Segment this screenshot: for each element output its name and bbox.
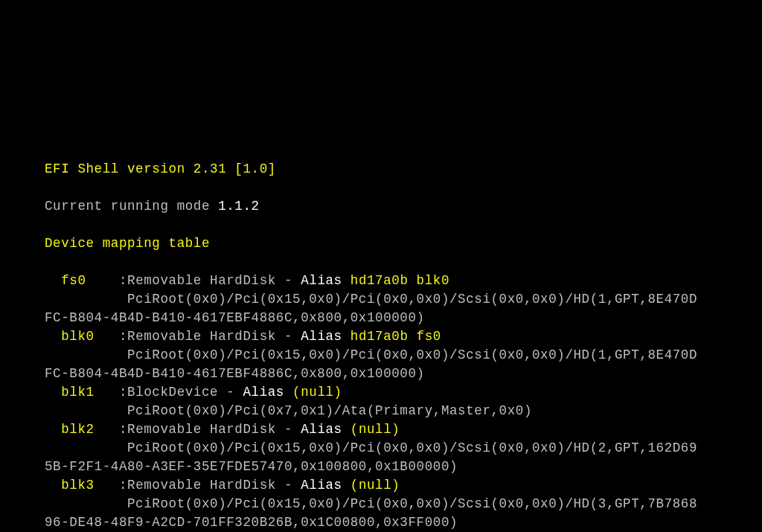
device-path: PciRoot(0x0)/Pci(0x15,0x0)/Pci(0x0,0x0)/… xyxy=(45,495,762,513)
alias-value: hd17a0b fs0 xyxy=(350,329,441,344)
running-mode-value: 1.1.2 xyxy=(218,199,260,214)
device-mapping-header: Device mapping table xyxy=(45,234,762,253)
running-mode-label: Current running mode xyxy=(45,199,218,214)
device-mapping-label: Device mapping table xyxy=(45,236,210,251)
alias-value: (null) xyxy=(350,422,400,437)
alias-value: hd17a0b blk0 xyxy=(350,273,449,288)
device-path: PciRoot(0x0)/Pci(0x15,0x0)/Pci(0x0,0x0)/… xyxy=(45,439,762,458)
device-entry: blk0 :Removable HardDisk - Alias hd17a0b… xyxy=(45,327,762,346)
device-path-continuation: FC-B804-4B4D-B410-4617EBF4886C,0x800,0x1… xyxy=(45,309,762,327)
device-path: PciRoot(0x0)/Pci(0x15,0x0)/Pci(0x0,0x0)/… xyxy=(45,290,762,309)
device-path: PciRoot(0x0)/Pci(0x15,0x0)/Pci(0x0,0x0)/… xyxy=(45,346,762,365)
device-name: blk0 xyxy=(45,329,119,344)
shell-version-label: EFI Shell version 2.31 [1.0] xyxy=(45,161,276,176)
efi-shell-terminal[interactable]: EFI Shell version 2.31 [1.0] Current run… xyxy=(0,74,762,532)
device-path-continuation: 96-DE48-48F9-A2CD-701FF320B26B,0x1C00800… xyxy=(45,513,762,532)
device-path-continuation: 5B-F2F1-4A80-A3EF-35E7FDE57470,0x100800,… xyxy=(45,458,762,476)
device-type: :BlockDevice - xyxy=(119,385,243,400)
device-name: blk1 xyxy=(45,385,119,400)
alias-label: Alias xyxy=(243,385,292,400)
alias-value: (null) xyxy=(350,478,400,493)
device-entry: blk2 :Removable HardDisk - Alias (null) xyxy=(45,420,762,439)
alias-label: Alias xyxy=(301,329,350,344)
shell-header: EFI Shell version 2.31 [1.0] xyxy=(45,160,762,179)
device-name: blk3 xyxy=(45,478,119,493)
device-path-continuation: FC-B804-4B4D-B410-4617EBF4886C,0x800,0x1… xyxy=(45,365,762,383)
device-type: :Removable HardDisk - xyxy=(119,478,301,493)
device-entry: blk1 :BlockDevice - Alias (null) xyxy=(45,383,762,402)
device-entry: blk3 :Removable HardDisk - Alias (null) xyxy=(45,476,762,495)
device-type: :Removable HardDisk - xyxy=(119,422,301,437)
device-type: :Removable HardDisk - xyxy=(119,273,301,288)
device-type: :Removable HardDisk - xyxy=(119,329,301,344)
alias-value: (null) xyxy=(292,385,342,400)
device-entry: fs0 :Removable HardDisk - Alias hd17a0b … xyxy=(45,272,762,290)
device-name: blk2 xyxy=(45,422,119,437)
alias-label: Alias xyxy=(301,422,350,437)
alias-label: Alias xyxy=(301,478,350,493)
device-list: fs0 :Removable HardDisk - Alias hd17a0b … xyxy=(45,272,762,532)
running-mode-line: Current running mode 1.1.2 xyxy=(45,197,762,216)
alias-label: Alias xyxy=(301,273,350,288)
device-name: fs0 xyxy=(45,273,119,288)
device-path: PciRoot(0x0)/Pci(0x7,0x1)/Ata(Primary,Ma… xyxy=(45,402,762,420)
